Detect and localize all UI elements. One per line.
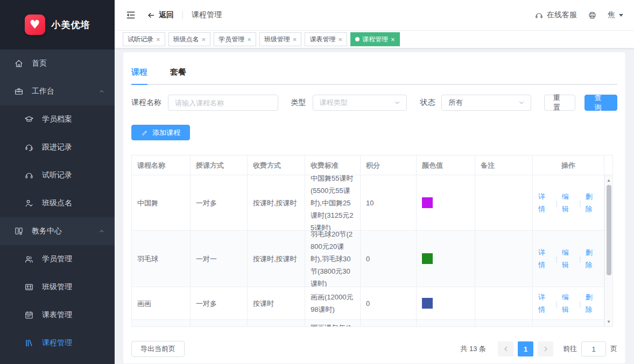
header-cell: 课程名称 — [132, 155, 191, 175]
close-icon[interactable]: × — [202, 36, 206, 43]
user-name: 焦 — [608, 10, 615, 20]
sidebar-item-audition[interactable]: 试听记录 — [0, 161, 115, 189]
charge-standard-cell: 国画课包年(1 — [305, 320, 361, 327]
goto-page-input[interactable] — [581, 341, 606, 356]
action-separator: | — [579, 197, 581, 209]
table-row: 国画课包年(1 — [132, 320, 612, 327]
tab-tag[interactable]: 试听记录× — [123, 32, 165, 46]
type-select[interactable]: 课程类型 — [313, 95, 407, 111]
sidebar-item-workbench[interactable]: 工作台 — [0, 77, 115, 105]
sidebar-item-student-file[interactable]: 学员档案 — [0, 105, 115, 133]
tab-tag[interactable]: 学员管理× — [214, 32, 256, 46]
close-icon[interactable]: × — [293, 36, 297, 43]
table-row: 羽毛球一对一按课时,按课时羽毛球20节(2800元20课时),羽毛球30节(38… — [132, 231, 612, 287]
current-page-button[interactable]: 1 — [518, 341, 533, 356]
charge-standard-text: 羽毛球20节(2800元20课时),羽毛球30节(3800元30课时) — [311, 231, 355, 287]
next-page-button[interactable] — [538, 341, 553, 356]
sidebar-item-fees[interactable]: 收费管理 — [0, 357, 115, 364]
tab-tag[interactable]: 课程管理× — [350, 32, 400, 46]
tab-course[interactable]: 课程 — [131, 67, 147, 84]
sidebar-item-courses[interactable]: 课程管理 — [0, 329, 115, 357]
tab-tag-label: 学员管理 — [219, 35, 244, 44]
page-title: 课程管理 — [192, 10, 222, 20]
tab-tag[interactable]: 班级管理× — [259, 32, 302, 46]
add-course-button[interactable]: 添加课程 — [131, 125, 190, 140]
sidebar-item-timetable[interactable]: 课表管理 — [0, 301, 115, 329]
color-value-cell — [417, 175, 475, 231]
type-label: 类型 — [291, 98, 306, 108]
header-cell: 备注 — [475, 155, 533, 175]
delete-link[interactable]: 删除 — [586, 291, 598, 316]
sidebar-item-class[interactable]: 班级管理 — [0, 273, 115, 301]
charge-standard-text: 国画课包年(1 — [311, 322, 352, 327]
course-name-input-wrap — [168, 95, 278, 111]
goto-label: 前往 — [563, 344, 577, 354]
scroll-down-icon[interactable]: ▼ — [605, 318, 612, 325]
sidebar-item-label: 首页 — [32, 59, 47, 68]
edit-link[interactable]: 编辑 — [562, 291, 575, 316]
sidebar-item-roll-call[interactable]: 班级点名 — [0, 189, 115, 217]
students-icon — [24, 254, 34, 264]
table-cell: 10 — [361, 175, 417, 231]
status-select[interactable]: 所有 — [441, 95, 531, 111]
active-dot-icon — [355, 37, 360, 41]
sidebar-item-home[interactable]: 首页 — [0, 49, 115, 77]
close-icon[interactable]: × — [247, 36, 251, 43]
tab-tag-label: 课程管理 — [362, 35, 388, 44]
table-cell — [248, 320, 305, 327]
detail-link[interactable]: 详情 — [538, 246, 551, 271]
follow-up-icon — [24, 142, 34, 152]
tab-tag[interactable]: 课表管理× — [305, 32, 347, 46]
table-cell — [475, 175, 533, 231]
sidebar-item-follow-up[interactable]: 跟进记录 — [0, 133, 115, 161]
collapse-menu-icon[interactable] — [125, 10, 136, 20]
table-scrollbar[interactable]: ▲ ▼ — [604, 175, 612, 326]
tab-tag[interactable]: 班级点名× — [168, 32, 211, 46]
workbench-icon — [14, 87, 24, 96]
table-cell: 0 — [361, 231, 417, 287]
scroll-up-icon[interactable]: ▲ — [605, 176, 612, 184]
back-button[interactable]: 返回 — [147, 10, 174, 20]
sidebar-item-students[interactable]: 学员管理 — [0, 245, 115, 273]
detail-link[interactable]: 详情 — [538, 291, 551, 316]
charge-standard-cell: 画画(12000元98课时) — [305, 287, 361, 320]
charge-standard-text: 画画(12000元98课时) — [311, 291, 355, 316]
tab-tag-label: 试听记录 — [128, 35, 153, 44]
table-cell: 按课时,按课时 — [248, 175, 305, 231]
close-icon[interactable]: × — [156, 36, 160, 43]
delete-link[interactable]: 删除 — [586, 246, 598, 271]
brand-name: 小美优培 — [52, 19, 90, 31]
sidebar-item-academic[interactable]: 教务中心 — [0, 217, 115, 245]
reset-button[interactable]: 重置 — [544, 95, 576, 111]
sidebar-item-label: 课程管理 — [42, 338, 72, 348]
color-value-cell — [417, 320, 475, 327]
color-swatch — [422, 253, 433, 264]
close-icon[interactable]: × — [391, 36, 395, 43]
tab-tag-label: 班级点名 — [173, 35, 199, 44]
back-label: 返回 — [159, 10, 174, 20]
table-cell — [475, 320, 533, 327]
action-separator: | — [555, 297, 557, 310]
tab-package[interactable]: 套餐 — [170, 67, 186, 84]
search-button[interactable]: 查询 — [584, 95, 617, 111]
scroll-thumb[interactable] — [607, 185, 611, 275]
heart-icon: ♥ — [30, 19, 40, 31]
online-support-button[interactable]: 在线客服 — [534, 10, 577, 20]
table-row: 画画一对多按课时画画(12000元98课时)0详情|编辑|删除 — [132, 287, 612, 320]
prev-page-button[interactable] — [498, 341, 513, 356]
delete-link[interactable]: 删除 — [586, 190, 598, 215]
edit-link[interactable]: 编辑 — [562, 246, 575, 271]
table-cell — [361, 320, 417, 327]
course-name-input[interactable] — [175, 99, 271, 107]
header-gutter — [604, 155, 612, 175]
actions-cell: 详情|编辑|删除 — [533, 287, 604, 320]
roll-call-icon — [24, 198, 34, 208]
export-button[interactable]: 导出当前页 — [131, 341, 185, 357]
detail-link[interactable]: 详情 — [538, 190, 551, 215]
user-menu[interactable]: 焦 — [608, 10, 623, 20]
edit-link[interactable]: 编辑 — [562, 190, 575, 215]
close-icon[interactable]: × — [338, 36, 342, 43]
print-button[interactable] — [588, 11, 597, 20]
header-cell: 积分 — [361, 155, 417, 175]
action-separator: | — [555, 197, 557, 209]
